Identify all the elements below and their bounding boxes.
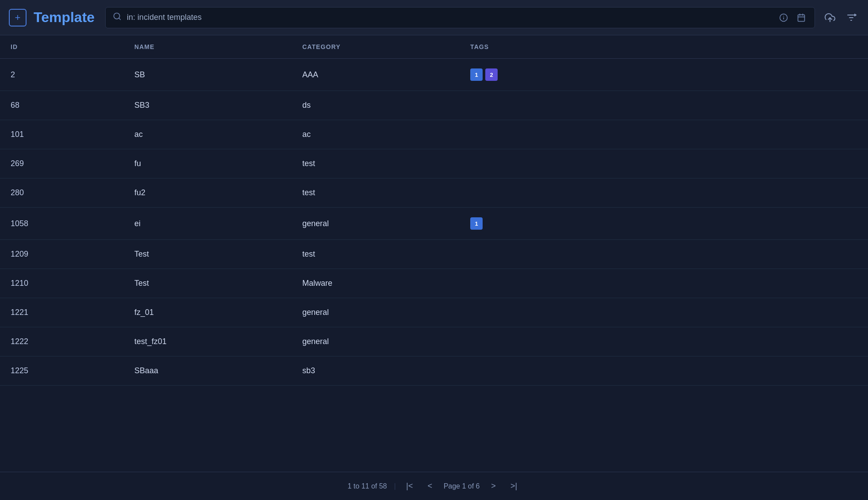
cell-tags [460, 240, 868, 269]
export-button[interactable] [822, 10, 838, 26]
tag-badge: 1 [470, 68, 483, 81]
table-body: 2SBAAA1268SB3ds101acac269futest280fu2tes… [0, 59, 868, 386]
cell-category: test [292, 149, 460, 178]
cell-name: Test [124, 240, 292, 269]
table-header: ID NAME CATEGORY TAGS [0, 35, 868, 59]
cell-tags [460, 149, 868, 178]
cell-tags [460, 356, 868, 386]
cell-tags: 12 [460, 59, 868, 91]
svg-line-1 [119, 18, 121, 20]
cell-name: ac [124, 120, 292, 149]
table-row[interactable]: 1209Testtest [0, 240, 868, 269]
table-container[interactable]: ID NAME CATEGORY TAGS 2SBAAA1268SB3ds101… [0, 35, 868, 472]
table-row[interactable]: 1225SBaaasb3 [0, 356, 868, 386]
table-row[interactable]: 2SBAAA12 [0, 59, 868, 91]
cell-tags [460, 298, 868, 327]
cell-id: 1210 [0, 269, 124, 298]
cell-category: ac [292, 120, 460, 149]
cell-category: Malware [292, 269, 460, 298]
cell-name: fu2 [124, 178, 292, 208]
cell-name: ei [124, 208, 292, 240]
toolbar: + Template [0, 0, 868, 35]
cell-tags [460, 120, 868, 149]
cell-id: 68 [0, 91, 124, 120]
cell-category: test [292, 240, 460, 269]
pagination-prev-button[interactable]: < [423, 480, 437, 493]
cell-category: test [292, 178, 460, 208]
pagination-range: 1 to 11 of 58 [348, 482, 387, 490]
pagination-divider: | [394, 482, 396, 490]
cell-id: 2 [0, 59, 124, 91]
cell-id: 1209 [0, 240, 124, 269]
table-row[interactable]: 1210TestMalware [0, 269, 868, 298]
table-row[interactable]: 1058eigeneral1 [0, 208, 868, 240]
cell-tags [460, 178, 868, 208]
pagination-page-info: Page 1 of 6 [444, 482, 480, 490]
pagination-next-button[interactable]: > [487, 480, 500, 493]
search-calendar-button[interactable] [795, 11, 807, 24]
cell-id: 1221 [0, 298, 124, 327]
add-button[interactable]: + [9, 9, 27, 27]
table-row[interactable]: 1221fz_01general [0, 298, 868, 327]
cell-id: 101 [0, 120, 124, 149]
column-name: NAME [124, 35, 292, 59]
pagination-bar: 1 to 11 of 58 | |< < Page 1 of 6 > >| [0, 472, 868, 500]
cell-name: test_fz01 [124, 327, 292, 356]
cell-name: SB3 [124, 91, 292, 120]
cell-id: 1058 [0, 208, 124, 240]
table-row[interactable]: 101acac [0, 120, 868, 149]
filter-button[interactable] [843, 10, 859, 26]
table-row[interactable]: 68SB3ds [0, 91, 868, 120]
cell-id: 280 [0, 178, 124, 208]
search-icon [113, 12, 122, 23]
plus-icon: + [15, 12, 21, 23]
column-id: ID [0, 35, 124, 59]
tag-badge: 2 [485, 68, 498, 81]
tag-badge: 1 [470, 217, 483, 230]
cell-name: SB [124, 59, 292, 91]
cell-tags [460, 327, 868, 356]
data-table: ID NAME CATEGORY TAGS 2SBAAA1268SB3ds101… [0, 35, 868, 386]
cell-tags [460, 91, 868, 120]
toolbar-actions [822, 10, 859, 26]
svg-rect-5 [798, 15, 805, 21]
cell-category: AAA [292, 59, 460, 91]
cell-name: fu [124, 149, 292, 178]
cell-name: SBaaa [124, 356, 292, 386]
cell-tags [460, 269, 868, 298]
search-info-button[interactable] [777, 11, 790, 24]
app-container: + Template [0, 0, 868, 500]
pagination-last-button[interactable]: >| [507, 480, 520, 493]
cell-category: general [292, 327, 460, 356]
cell-category: ds [292, 91, 460, 120]
table-row[interactable]: 280fu2test [0, 178, 868, 208]
search-container [105, 7, 815, 28]
column-tags: TAGS [460, 35, 868, 59]
cell-name: fz_01 [124, 298, 292, 327]
search-input[interactable] [127, 13, 772, 22]
cell-id: 1225 [0, 356, 124, 386]
cell-tags: 1 [460, 208, 868, 240]
cell-category: sb3 [292, 356, 460, 386]
app-title: Template [34, 9, 95, 26]
cell-id: 1222 [0, 327, 124, 356]
cell-category: general [292, 208, 460, 240]
header-row: ID NAME CATEGORY TAGS [0, 35, 868, 59]
table-row[interactable]: 1222test_fz01general [0, 327, 868, 356]
cell-category: general [292, 298, 460, 327]
cell-id: 269 [0, 149, 124, 178]
cell-name: Test [124, 269, 292, 298]
pagination-first-button[interactable]: |< [403, 480, 416, 493]
column-category: CATEGORY [292, 35, 460, 59]
table-row[interactable]: 269futest [0, 149, 868, 178]
